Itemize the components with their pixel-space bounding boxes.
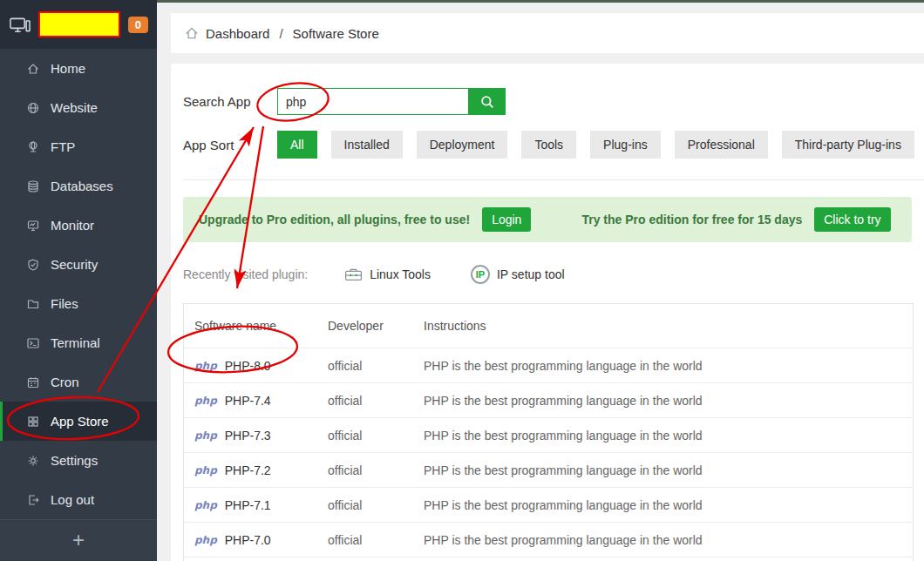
php-icon: php — [194, 360, 217, 372]
php-icon: php — [194, 395, 217, 407]
sidebar-item-security[interactable]: Security — [0, 245, 157, 284]
sidebar-add-button[interactable]: + — [0, 519, 157, 560]
sidebar-item-label: Cron — [51, 375, 79, 389]
software-name-cell: phpPHP-7.1 — [184, 498, 328, 512]
instructions-cell: PHP is the best programming language in … — [424, 359, 913, 373]
section-divider — [183, 179, 924, 180]
folder-icon — [26, 297, 40, 311]
sort-button-all[interactable]: All — [277, 131, 317, 159]
login-button[interactable]: Login — [482, 207, 531, 232]
sidebar-item-cron[interactable]: Cron — [0, 362, 157, 402]
sort-button-tools[interactable]: Tools — [521, 131, 576, 159]
content-card: Search App App Sort AllInstalledDeployme… — [171, 64, 924, 561]
sort-button-plug-ins[interactable]: Plug-ins — [590, 131, 661, 159]
sidebar-item-label: FTP — [51, 139, 75, 154]
sidebar-item-label: Terminal — [51, 335, 100, 350]
table-header: Software nameDeveloperInstructions — [184, 304, 913, 348]
sidebar-item-label: App Store — [51, 414, 109, 429]
recent-plugin-list: Linux Tools IP IP setup tool — [344, 265, 604, 284]
breadcrumb-separator: / — [279, 26, 282, 41]
recent-plugins-label: Recently visited plugin: — [183, 267, 308, 281]
table-body: phpPHP-8.0 official PHP is the best prog… — [184, 348, 913, 561]
sort-button-professional[interactable]: Professional — [675, 131, 768, 159]
sidebar-item-label: Monitor — [51, 218, 94, 233]
breadcrumb-dashboard[interactable]: Dashboard — [206, 26, 269, 41]
breadcrumb: Dashboard / Software Store — [171, 13, 924, 53]
sort-button-installed[interactable]: Installed — [331, 131, 403, 159]
banner-text: Upgrade to Pro edition, all plugins, fre… — [199, 213, 470, 226]
top-strip — [157, 0, 924, 3]
sidebar-item-settings[interactable]: Settings — [0, 441, 157, 480]
shield-icon — [26, 258, 40, 272]
search-input[interactable] — [277, 88, 469, 115]
search-row: Search App — [183, 88, 924, 115]
developer-cell: official — [328, 394, 424, 408]
table-row-php-7-3[interactable]: phpPHP-7.3 official PHP is the best prog… — [184, 417, 913, 452]
developer-cell: official — [328, 359, 424, 373]
main-area: Dashboard / Software Store Search App Ap… — [157, 0, 924, 561]
table-row-php-8-0[interactable]: phpPHP-8.0 official PHP is the best prog… — [184, 348, 913, 382]
sidebar-item-label: Files — [51, 296, 78, 311]
home-icon — [184, 25, 200, 41]
message-count-badge[interactable]: 0 — [128, 17, 148, 33]
sidebar-item-ftp[interactable]: FTP — [0, 127, 157, 166]
home-icon — [26, 62, 40, 76]
gear-icon — [26, 454, 40, 468]
click-to-try-button[interactable]: Click to try — [814, 207, 890, 232]
sidebar-item-databases[interactable]: Databases — [0, 166, 157, 206]
recent-plugin-ip-setup-tool[interactable]: IP IP setup tool — [471, 265, 565, 284]
masked-server-name — [38, 11, 120, 37]
column-header-instructions: Instructions — [424, 319, 913, 333]
sidebar-item-label: Security — [51, 257, 98, 272]
sidebar-item-log-out[interactable]: Log out — [0, 480, 157, 519]
recent-plugin-label: Linux Tools — [370, 267, 431, 281]
sort-buttons: AllInstalledDeploymentToolsPlug-insProfe… — [277, 131, 924, 159]
sidebar-item-home[interactable]: Home — [0, 49, 157, 88]
recent-plugin-linux-tools[interactable]: Linux Tools — [344, 265, 431, 284]
sidebar-item-files[interactable]: Files — [0, 284, 157, 323]
php-icon: php — [194, 499, 217, 511]
recent-plugin-label: IP setup tool — [497, 267, 565, 281]
banner-trial-text: Try the Pro edition for free for 15 days — [581, 213, 802, 226]
table-row-php-7-2[interactable]: phpPHP-7.2 official PHP is the best prog… — [184, 452, 913, 487]
instructions-cell: PHP is the best programming language in … — [424, 498, 913, 512]
table-row-php-5-6[interactable]: phpPHP-5.6 official PHP is the best prog… — [184, 557, 913, 561]
table-row-php-7-0[interactable]: phpPHP-7.0 official PHP is the best prog… — [184, 522, 913, 557]
sidebar-menu: Home Website FTP Databases Monitor Secur… — [0, 49, 157, 519]
monitor-icon — [26, 219, 40, 233]
php-icon: php — [194, 534, 217, 546]
grid-icon — [26, 415, 40, 429]
table-row-php-7-1[interactable]: phpPHP-7.1 official PHP is the best prog… — [184, 487, 913, 522]
search-icon — [479, 94, 495, 110]
developer-cell: official — [328, 533, 424, 547]
sidebar-item-label: Databases — [51, 179, 113, 193]
globe-icon — [26, 101, 40, 115]
software-name-cell: phpPHP-7.0 — [184, 533, 328, 547]
php-icon: php — [194, 429, 217, 442]
sidebar-item-label: Settings — [51, 453, 98, 468]
sidebar-item-app-store[interactable]: App Store — [0, 402, 157, 441]
sort-row: App Sort AllInstalledDeploymentToolsPlug… — [183, 131, 924, 159]
sidebar-item-monitor[interactable]: Monitor — [0, 206, 157, 245]
sort-button-deployment[interactable]: Deployment — [417, 131, 508, 159]
developer-cell: official — [328, 498, 424, 512]
developer-cell: official — [328, 429, 424, 443]
instructions-cell: PHP is the best programming language in … — [424, 463, 913, 477]
terminal-icon — [26, 336, 40, 350]
computer-icon — [9, 16, 31, 34]
instructions-cell: PHP is the best programming language in … — [424, 533, 913, 547]
sidebar-item-website[interactable]: Website — [0, 88, 157, 127]
sort-label: App Sort — [183, 138, 277, 152]
software-name-cell: phpPHP-8.0 — [184, 359, 328, 373]
ftp-icon — [26, 140, 40, 154]
calendar-icon — [26, 375, 40, 389]
software-name-cell: phpPHP-7.2 — [184, 463, 328, 477]
table-row-php-7-4[interactable]: phpPHP-7.4 official PHP is the best prog… — [184, 382, 913, 417]
column-header-developer: Developer — [328, 319, 424, 333]
search-button[interactable] — [469, 88, 506, 115]
sidebar-item-terminal[interactable]: Terminal — [0, 323, 157, 362]
recent-plugins-row: Recently visited plugin: Linux Tools IP … — [183, 265, 924, 284]
sort-button-third-party-plug-ins[interactable]: Third-party Plug-ins — [782, 131, 914, 159]
software-name-cell: phpPHP-7.4 — [184, 394, 328, 408]
instructions-cell: PHP is the best programming language in … — [424, 394, 913, 408]
